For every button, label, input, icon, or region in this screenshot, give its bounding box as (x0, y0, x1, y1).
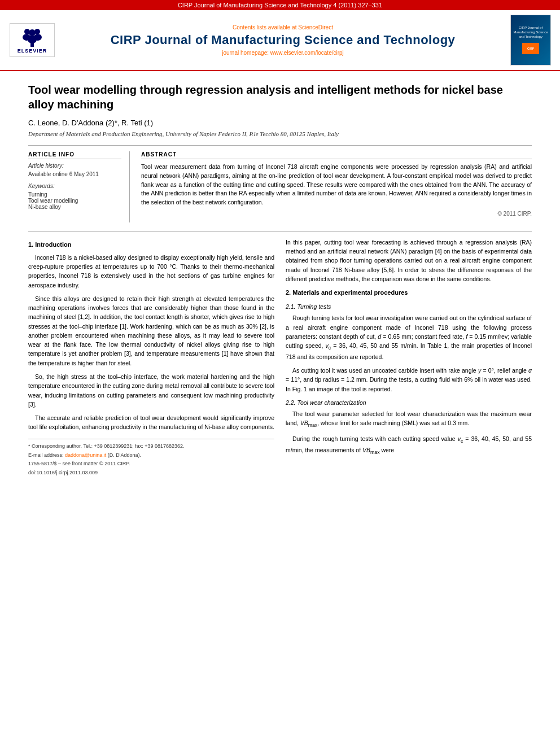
section1-heading: 1. Introduction (28, 240, 274, 250)
footer-email: E-mail address: daddona@unina.it (D. D'A… (28, 452, 274, 460)
main-content: Tool wear modelling through regression a… (0, 71, 560, 490)
col-left: 1. Introduction Inconel 718 is a nickel-… (28, 238, 274, 479)
elsevier-wordmark: ELSEVIER (18, 48, 47, 54)
keyword-ni-alloy: Ni-base alloy (28, 204, 121, 210)
footer-corresponding: * Corresponding author. Tel.: +39 081239… (28, 443, 274, 451)
footer-issn: 1755-5817/$ – see front matter © 2011 CI… (28, 460, 274, 468)
section2-1-heading: 2.1. Turning tests (286, 302, 532, 311)
top-bar: CIRP Journal of Manufacturing Science an… (0, 0, 560, 10)
keyword-turning: Turning (28, 191, 121, 198)
affiliation: Department of Materials and Production E… (28, 130, 532, 137)
info-abstract: ARTICLE INFO Article history: Available … (28, 145, 532, 222)
wear-para-1: The tool wear parameter selected for too… (286, 409, 532, 430)
wear-para-2: During the rough turning tests with each… (286, 434, 532, 456)
cover-title: CIRP Journal ofManufacturing Scienceand … (513, 26, 548, 39)
intro-para-4: The accurate and reliable prediction of … (28, 413, 274, 432)
svg-point-6 (34, 29, 40, 34)
svg-point-4 (29, 29, 36, 36)
elsevier-logo-box: ELSEVIER (10, 23, 55, 57)
intro-para-1: Inconel 718 is a nickel-based alloy desi… (28, 253, 274, 290)
svg-point-2 (23, 34, 30, 41)
keywords-section: Keywords: Turning Tool wear modelling Ni… (28, 183, 121, 210)
intro-right-para-1: In this paper, cutting tool wear forecas… (286, 238, 532, 283)
intro-para-3: So, the high stress at the tool–chip int… (28, 372, 274, 409)
svg-rect-0 (30, 43, 34, 47)
svg-point-3 (34, 34, 42, 41)
col-right: In this paper, cutting tool wear forecas… (286, 238, 532, 479)
sciencedirect-link: Contents lists available at ScienceDirec… (233, 24, 333, 30)
keywords-label: Keywords: (28, 183, 121, 189)
elsevier-tree-icon (18, 27, 46, 47)
authors: C. Leone, D. D'Addona (2)*, R. Teti (1) (28, 119, 532, 127)
turning-para-1: Rough turning tests for tool wear invest… (286, 313, 532, 361)
journal-homepage: journal homepage: www.elsevier.com/locat… (222, 50, 344, 56)
abstract-label: ABSTRACT (141, 151, 532, 159)
section-divider (28, 231, 532, 232)
journal-cover: CIRP Journal ofManufacturing Scienceand … (508, 15, 553, 65)
copyright: © 2011 CIRP. (141, 211, 532, 217)
cover-logo-box: CIRP (522, 43, 539, 54)
page: CIRP Journal of Manufacturing Science an… (0, 0, 560, 747)
abstract-section: ABSTRACT Tool wear measurement data from… (141, 151, 532, 222)
svg-point-5 (24, 29, 30, 34)
article-info: ARTICLE INFO Article history: Available … (28, 151, 130, 222)
journal-title: CIRP Journal of Manufacturing Science an… (111, 33, 456, 47)
journal-citation: CIRP Journal of Manufacturing Science an… (178, 2, 382, 8)
journal-center: Contents lists available at ScienceDirec… (63, 15, 502, 65)
paper-title: Tool wear modelling through regression a… (28, 82, 532, 112)
history-label: Article history: (28, 163, 121, 169)
keyword-tool-wear: Tool wear modelling (28, 198, 121, 204)
body-columns: 1. Introduction Inconel 718 is a nickel-… (28, 238, 532, 479)
elsevier-logo: ELSEVIER (7, 15, 58, 65)
journal-header: ELSEVIER Contents lists available at Sci… (0, 10, 560, 71)
footer-doi: doi:10.1016/j.cirpj.2011.03.009 (28, 469, 274, 477)
footer-section: * Corresponding author. Tel.: +39 081239… (28, 439, 274, 478)
intro-para-2: Since this alloys are designed to retain… (28, 294, 274, 368)
section2-2-heading: 2.2. Tool wear characterization (286, 398, 532, 407)
abstract-text: Tool wear measurement data from turning … (141, 163, 532, 207)
available-online: Available online 6 May 2011 (28, 171, 121, 177)
turning-para-2: As cutting tool it was used an uncoated … (286, 366, 532, 394)
cover-box: CIRP Journal ofManufacturing Scienceand … (510, 15, 551, 65)
article-info-label: ARTICLE INFO (28, 151, 121, 159)
section2-heading: 2. Materials and experimental procedures (286, 288, 532, 298)
